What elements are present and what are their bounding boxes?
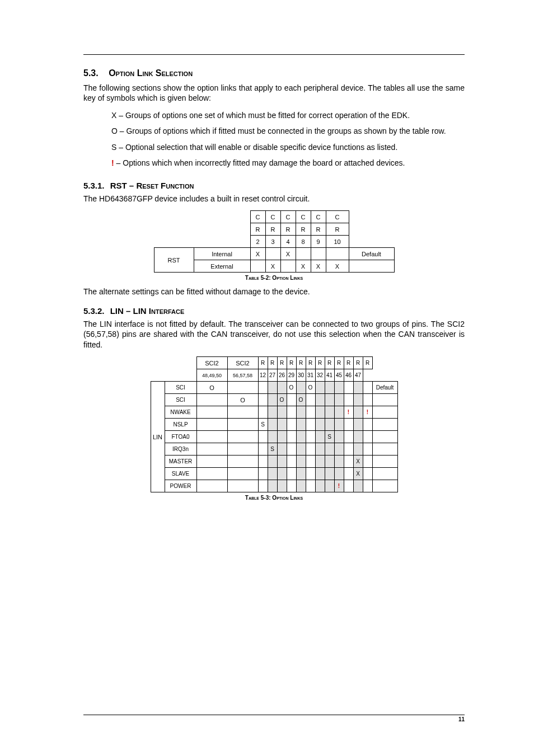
t53-rowlabel: SCI — [165, 394, 196, 406]
t53-cell — [196, 456, 227, 468]
t53-note — [372, 406, 397, 419]
t53-cell — [334, 394, 344, 406]
t53-cell — [344, 419, 353, 431]
t53-cell — [296, 480, 306, 492]
table-5-3: SCI2 SCI2 R R R R R R R R R R R R 48,49,… — [151, 356, 398, 492]
t53-cell — [258, 394, 268, 406]
t53-cell — [277, 406, 287, 419]
heading-number: 5.3.1. — [83, 181, 105, 190]
t53-cell — [363, 394, 372, 406]
t53-cell — [344, 382, 353, 394]
t53-cell — [227, 456, 258, 468]
t53-cell — [363, 456, 372, 468]
t53-cell — [325, 443, 334, 456]
t53-cell — [315, 406, 325, 419]
t53-cell — [227, 431, 258, 443]
caption-5-2: Table 5-2: Option Links — [83, 275, 465, 281]
t53-rowlabel: MASTER — [165, 456, 196, 468]
heading-5-3-2: 5.3.2. LIN – LIN Interface — [83, 306, 465, 316]
t53-cell: S — [258, 419, 268, 431]
t53-cell — [287, 394, 296, 406]
t52-c — [250, 260, 265, 273]
t53-cell — [306, 468, 315, 480]
after-5-3-1: The alternate settings can be fitted wit… — [83, 287, 465, 297]
t52-h: C — [250, 211, 265, 223]
t53-cell — [325, 394, 334, 406]
bang-icon: ! — [348, 409, 349, 415]
heading-text: LIN – LIN Interface — [110, 306, 185, 316]
t53-cell — [258, 431, 268, 443]
t53-cell — [196, 419, 227, 431]
t52-h: 10 — [326, 236, 349, 248]
t53-cell — [287, 480, 296, 492]
t53-cell — [296, 419, 306, 431]
t53-cell — [296, 382, 306, 394]
t53-cell — [287, 419, 296, 431]
t53-cell — [296, 456, 306, 468]
bang-icon: ! — [367, 409, 368, 415]
t53-cell — [363, 431, 372, 443]
t53-h2: 31 — [306, 369, 315, 382]
t53-cell: O — [227, 394, 258, 406]
t53-h2: 41 — [325, 369, 334, 382]
t53-note — [372, 480, 397, 492]
heading-text: Option Link Selection — [109, 68, 193, 78]
t53-cell — [227, 443, 258, 456]
t53-cell: X — [353, 468, 363, 480]
t53-cell — [334, 406, 344, 419]
t53-cell: X — [353, 456, 363, 468]
t53-cell — [353, 431, 363, 443]
t53-cell — [353, 382, 363, 394]
intro-5-3-2: The LIN interface is not fitted by defau… — [83, 319, 465, 350]
t53-cell — [258, 443, 268, 456]
heading-5-3-1: 5.3.1. RST – Reset Function — [83, 181, 465, 190]
t53-rowlabel: SCI — [165, 382, 196, 394]
key-bang: ! – Options which when incorrectly fitte… — [111, 158, 465, 168]
intro-5-3-1: The HD643687GFP device includes a built … — [83, 194, 465, 204]
t52-h: 8 — [296, 236, 311, 248]
t53-cell — [277, 468, 287, 480]
t53-cell — [306, 480, 315, 492]
t52-c — [326, 248, 349, 260]
t52-h: R — [326, 223, 349, 236]
t52-c — [311, 248, 326, 260]
t53-cell — [227, 406, 258, 419]
t52-c: X — [311, 260, 326, 273]
t53-cell — [344, 394, 353, 406]
t52-h: R — [311, 223, 326, 236]
page-number: 11 — [458, 716, 465, 722]
t52-h: C — [326, 211, 349, 223]
t52-note: Default — [349, 248, 394, 260]
t53-h: R — [268, 357, 277, 369]
t52-h: 9 — [311, 236, 326, 248]
t53-cell — [306, 406, 315, 419]
t53-h: R — [344, 357, 353, 369]
t53-h2: 27 — [268, 369, 277, 382]
t52-h: R — [250, 223, 265, 236]
t53-cell — [196, 468, 227, 480]
t53-note — [372, 431, 397, 443]
t52-h: 3 — [265, 236, 280, 248]
t53-cell: O — [277, 394, 287, 406]
t53-note: Default — [372, 382, 397, 394]
t53-note — [372, 419, 397, 431]
t53-cell: ! — [344, 406, 353, 419]
t52-h: 2 — [250, 236, 265, 248]
key-bang-text: – Options which when incorrectly fitted … — [114, 158, 405, 167]
t53-note — [372, 456, 397, 468]
t53-cell — [277, 456, 287, 468]
t53-cell — [258, 406, 268, 419]
t53-cell — [363, 382, 372, 394]
t53-cell — [277, 480, 287, 492]
t53-rowlabel: NWAKE — [165, 406, 196, 419]
t53-rowlabel: IRQ3n — [165, 443, 196, 456]
key-o: O – Groups of options which if fitted mu… — [111, 126, 465, 136]
t53-cell — [315, 382, 325, 394]
t53-cell — [277, 382, 287, 394]
t53-cell — [306, 443, 315, 456]
t53-cell — [258, 382, 268, 394]
t53-h2: 32 — [315, 369, 325, 382]
t53-cell — [325, 406, 334, 419]
t52-h: C — [280, 211, 296, 223]
t53-cell: O — [306, 382, 315, 394]
